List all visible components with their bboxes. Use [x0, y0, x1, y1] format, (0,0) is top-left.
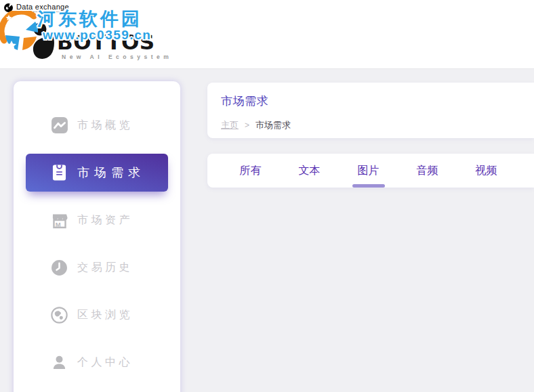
- app-window-icon: [4, 3, 13, 12]
- window-titlebar: Data exchange: [4, 3, 69, 12]
- sidebar-item-label: 区块浏览: [77, 308, 133, 322]
- window-title: Data exchange: [16, 3, 69, 12]
- nav-slot: 市场概览: [14, 102, 180, 149]
- tab-label: 图片: [358, 164, 379, 178]
- active-tab-underline: [352, 184, 385, 188]
- tab-label: 文本: [299, 164, 321, 178]
- tab-label: 音频: [417, 164, 438, 178]
- bottos-tagline: New AI Ecosystem: [62, 53, 172, 60]
- sidebar-item-market-demand[interactable]: 市场需求: [26, 154, 168, 192]
- app-header: Data exchange BOTTOS New AI Ecosystem: [0, 0, 534, 69]
- sidebar-item-label: 交易历史: [77, 261, 133, 275]
- user-icon: [50, 355, 68, 370]
- nav-slot: 市场需求: [14, 149, 180, 196]
- page-title: 市场需求: [221, 93, 268, 109]
- chart-icon: [50, 116, 68, 134]
- tab-audio[interactable]: 音频: [398, 154, 457, 188]
- sidebar-item-label: 个人中心: [77, 355, 133, 370]
- breadcrumb-separator-icon: >: [245, 121, 249, 130]
- tab-video[interactable]: 视频: [457, 154, 516, 188]
- clock-icon: [50, 259, 68, 276]
- order-icon: [50, 164, 68, 181]
- sidebar-item-trade-history[interactable]: 交易历史: [26, 248, 168, 286]
- bottos-wordmark: BOTTOS: [57, 30, 155, 54]
- tab-all[interactable]: 所有: [221, 154, 280, 188]
- sidebar-item-label: 市场资产: [77, 213, 133, 227]
- tab-label: 所有: [240, 164, 262, 178]
- bottos-logo-icon: [32, 22, 56, 62]
- svg-text:M: M: [55, 221, 63, 228]
- nav-slot: 交易历史: [14, 244, 180, 291]
- page-header-card: 市场需求 主页 > 市场需求: [207, 83, 534, 138]
- breadcrumb: 主页 > 市场需求: [221, 119, 291, 131]
- breadcrumb-current: 市场需求: [255, 119, 291, 131]
- sidebar-item-market-overview[interactable]: 市场概览: [26, 106, 168, 144]
- breadcrumb-home-link[interactable]: 主页: [221, 119, 239, 131]
- sidebar-item-block-explorer[interactable]: 区块浏览: [26, 296, 168, 334]
- nav-slot: 区块浏览: [14, 291, 180, 339]
- tab-text[interactable]: 文本: [280, 154, 339, 188]
- store-icon: M: [50, 211, 68, 229]
- sidebar-item-label: 市场需求: [77, 165, 145, 181]
- nav-slot: M 市场资产: [14, 196, 180, 244]
- sidebar-item-personal-center[interactable]: 个人中心: [26, 343, 168, 381]
- tab-label: 视频: [476, 164, 497, 178]
- nav-slot: 个人中心: [14, 339, 180, 386]
- sidebar: 市场概览 市场需求 M 市场: [14, 81, 180, 392]
- sidebar-item-label: 市场概览: [77, 118, 133, 133]
- sidebar-item-market-assets[interactable]: M 市场资产: [26, 201, 168, 239]
- globe-icon: [50, 307, 68, 324]
- content-type-tabs: 所有 文本 图片 音频 视频: [207, 154, 534, 188]
- tab-image[interactable]: 图片: [339, 154, 398, 188]
